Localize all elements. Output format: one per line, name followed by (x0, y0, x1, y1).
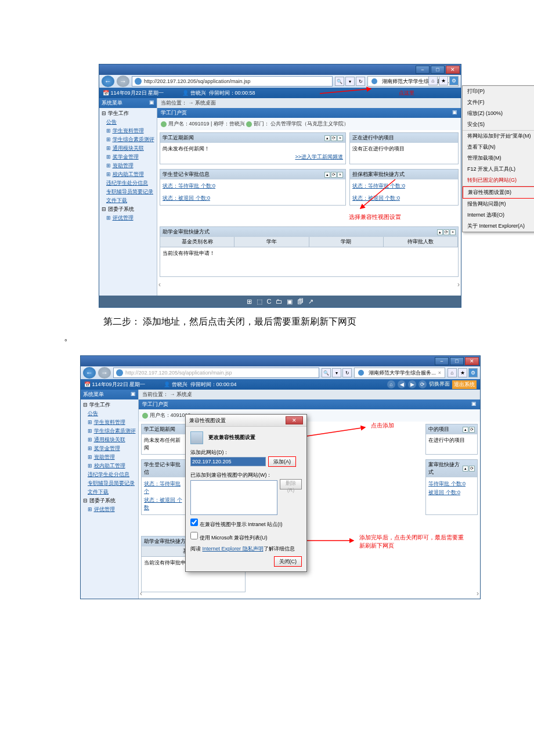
news-more-link[interactable]: >>进入学工新闻频道 (163, 153, 343, 161)
back-button[interactable]: ← (102, 75, 114, 87)
dialog-close-button[interactable]: ✕ (286, 416, 303, 424)
nav-fwd-icon[interactable]: ▶ (408, 380, 416, 388)
tree-item[interactable]: ⊞ 学生综合素质测评 (83, 427, 136, 435)
tree-item[interactable]: 专职辅导员简要记录 (102, 188, 154, 196)
panel-up-icon[interactable]: ▴ (437, 229, 443, 235)
panel-close-icon[interactable]: × (450, 229, 456, 235)
tree-item[interactable]: ⊞ 学生综合素质测评 (102, 135, 154, 144)
cb-intranet[interactable]: 在兼容性视图中显示 Intranet 站点(I) (190, 521, 283, 527)
home-icon[interactable]: ⌂ (428, 76, 438, 85)
tree-item[interactable]: ⊞ 通用模块关联 (83, 435, 136, 444)
panel-refresh-icon[interactable]: ⟳ (443, 229, 449, 235)
tree-item[interactable]: ⊞ 评优管理 (83, 505, 136, 514)
tree-item[interactable]: ⊞ 评优管理 (102, 214, 154, 222)
menu-compat-view[interactable]: 兼容性视图设置(B) (463, 186, 534, 199)
search-dropdown[interactable]: ▾ (332, 368, 341, 377)
search-icon[interactable]: 🔍 (335, 77, 344, 86)
status-link[interactable]: 被退回 个数:0 (428, 488, 475, 497)
tree-item[interactable]: ⊞ 通用模块关联 (102, 144, 154, 153)
panel-refresh-icon[interactable]: ⟳ (331, 172, 337, 178)
nav-refresh-icon[interactable]: ⟳ (418, 380, 427, 388)
url-input[interactable]: http://202.197.120.205/sq/application/ma… (113, 368, 319, 378)
maximize-button[interactable]: □ (431, 66, 445, 74)
menu-print[interactable]: 打印(P)▸ (463, 86, 534, 97)
tree-item[interactable]: ⊞ 学生资料管理 (102, 127, 154, 135)
scroll-left-icon[interactable]: ‹ (158, 280, 161, 289)
tree-item[interactable]: 违纪学生处分信息 (83, 470, 136, 479)
portal-toggle-icon[interactable]: ▣ (471, 401, 477, 408)
sidebar-toggle-icon[interactable]: ▣ (131, 391, 136, 398)
menu-zoom[interactable]: 缩放(Z) (100%)▸ (463, 108, 534, 119)
close-button[interactable]: ✕ (465, 357, 479, 365)
add-button[interactable]: 添加(A) (268, 456, 296, 467)
refresh-button[interactable]: ↻ (342, 368, 352, 377)
privacy-link[interactable]: Internet Explorer 隐私声明 (203, 546, 264, 552)
add-site-input[interactable] (190, 457, 266, 466)
minimize-button[interactable]: − (416, 66, 430, 74)
forward-button[interactable]: → (98, 367, 111, 379)
tool-icon[interactable]: 🗀 (276, 298, 282, 305)
status-link[interactable]: 状态：等待审批 个数:0 (163, 182, 343, 190)
status-link[interactable]: 状态：被退回 个数:0 (352, 194, 456, 203)
exit-button[interactable]: 退出系统 (452, 380, 477, 389)
menu-safety[interactable]: 安全(S)▸ (463, 119, 534, 131)
status-link[interactable]: 状态：被退回 个数 (144, 496, 185, 512)
tool-icon[interactable]: ▣ (287, 298, 293, 305)
menu-about-ie[interactable]: 关于 Internet Explorer(A) (463, 221, 534, 232)
menu-ie-options[interactable]: Internet 选项(O) (463, 210, 534, 221)
menu-view-downloads[interactable]: 查看下载(N)Ctrl+J (463, 142, 534, 153)
menu-go-pinned[interactable]: 转到已固定的网站(G) (463, 175, 534, 186)
tool-icon[interactable]: ⊞ (247, 298, 252, 305)
tool-icon[interactable]: 🗐 (297, 298, 304, 305)
panel-close-icon[interactable]: × (337, 135, 343, 141)
panel-close-icon[interactable]: × (337, 172, 343, 178)
dialog-close-btn[interactable]: 关闭(C) (274, 556, 302, 567)
forward-button[interactable]: → (117, 75, 129, 87)
menu-manage-addons[interactable]: 管理加载项(M) (463, 153, 534, 164)
back-button[interactable]: ← (83, 367, 96, 379)
menu-report[interactable]: 报告网站问题(R) (463, 199, 534, 210)
tree-item[interactable]: 公告 (102, 118, 154, 127)
panel-up-icon[interactable]: ▴ (463, 466, 468, 471)
tree-root-student[interactable]: ⊟ 学生工作 (102, 109, 154, 118)
favorites-icon[interactable]: ★ (458, 368, 467, 377)
tree-item[interactable]: 文件下载 (102, 196, 154, 205)
tree-item[interactable]: ⊞ 奖学金管理 (102, 153, 154, 161)
panel-up-icon[interactable]: ▴ (324, 172, 330, 178)
tree-item[interactable]: ⊞ 校内助工管理 (83, 462, 136, 470)
home-icon[interactable]: ⌂ (448, 368, 457, 377)
tree-item[interactable]: ⊞ 资助管理 (83, 453, 136, 462)
status-link[interactable]: 状态：等待审批 个数:0 (352, 182, 456, 190)
status-link[interactable]: 状态：等待审批 个 (144, 480, 185, 496)
tree-item[interactable]: ⊞ 资助管理 (102, 161, 154, 170)
search-dropdown[interactable]: ▾ (345, 77, 355, 86)
maximize-button[interactable]: □ (450, 357, 464, 365)
nav-home-icon[interactable]: ⌂ (387, 380, 395, 388)
portal-toggle-icon[interactable]: ▣ (452, 109, 457, 117)
menu-file[interactable]: 文件(F)▸ (463, 97, 534, 108)
tree-root-student[interactable]: ⊟ 学生工作 (83, 401, 136, 409)
url-input[interactable]: http://202.197.120.205/sq/application/ma… (132, 76, 333, 87)
tool-icon[interactable]: ⬚ (257, 298, 262, 305)
panel-up-icon[interactable]: ▴ (324, 135, 330, 141)
scroll-left-icon[interactable]: ‹ (140, 589, 142, 597)
tree-item[interactable]: ⊞ 奖学金管理 (83, 444, 136, 453)
close-button[interactable]: ✕ (446, 66, 460, 74)
tool-icon[interactable]: C (267, 298, 272, 305)
switch-page-link[interactable]: 切换界面 (429, 380, 450, 389)
nav-back-icon[interactable]: ◀ (398, 380, 406, 388)
panel-up-icon[interactable]: ▴ (463, 427, 468, 433)
tree-root-tw[interactable]: ⊟ 团委子系统 (83, 496, 136, 505)
tree-item[interactable]: ⊞ 学生资料管理 (83, 418, 136, 427)
site-listbox[interactable] (190, 480, 277, 515)
panel-refresh-icon[interactable]: ⟳ (331, 135, 337, 141)
tree-item[interactable]: ⊞ 校内助工管理 (102, 170, 154, 179)
cb-ms-list[interactable]: 使用 Microsoft 兼容性列表(U) (190, 535, 268, 541)
tab-close-icon[interactable]: × (438, 370, 441, 376)
panel-refresh-icon[interactable]: ⟳ (469, 466, 475, 471)
tree-root-tw[interactable]: ⊟ 团委子系统 (102, 205, 154, 214)
status-link[interactable]: 等待审批 个数:0 (428, 480, 475, 488)
search-icon[interactable]: 🔍 (322, 368, 331, 377)
menu-add-start[interactable]: 将网站添加到“开始”菜单(M) (463, 131, 534, 142)
menu-f12[interactable]: F12 开发人员工具(L) (463, 164, 534, 175)
